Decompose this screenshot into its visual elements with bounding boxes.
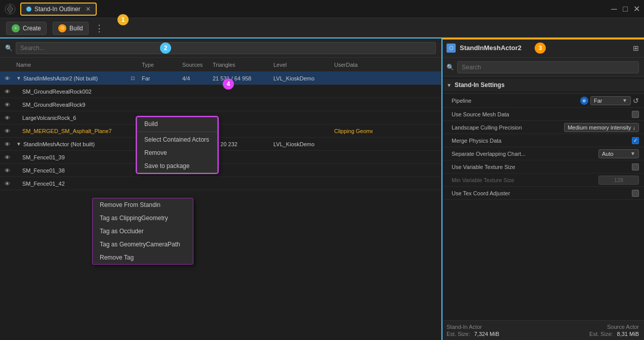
min-variable-texture-label: Min Variable Texture Size: [452, 177, 598, 183]
cm-select-contained-item[interactable]: Select Contained Actors: [137, 133, 217, 146]
use-tex-coord-row: Use Tex Coord Adjuster: [441, 187, 644, 200]
visibility-icon[interactable]: 👁: [0, 167, 14, 174]
separate-overlapping-value: Auto ▼: [598, 149, 639, 158]
main-layout: 🔍 Name Type Sources Triangles Level User…: [0, 38, 644, 340]
row-name: SM_MERGED_SM_Asphalt_Plane7: [14, 128, 126, 134]
row-triangles: 0 / 20 232: [211, 141, 271, 147]
pipeline-label: Pipeline: [452, 98, 577, 104]
visibility-icon[interactable]: 👁: [0, 115, 14, 121]
build-context-menu: Build Select Contained Actors Remove Sav…: [137, 117, 218, 173]
build-label: Build: [69, 25, 83, 32]
est-size-label-right: Est. Size:: [589, 331, 613, 337]
row-name: ▼ StandInMeshActor (Not built): [14, 141, 126, 147]
outliner-search-input[interactable]: [16, 42, 436, 54]
cm-tag-clipping[interactable]: Tag as ClippingGeometry: [93, 211, 193, 225]
landscape-culling-value: Medium memory intensity ↓: [564, 123, 639, 132]
table-row[interactable]: 👁 LargeVolcanicRock_6: [0, 111, 441, 124]
table-row[interactable]: 👁 ▼ StandInMeshActor (Not built) 0 / 20 …: [0, 138, 441, 151]
table-row[interactable]: 👁 SM_MERGED_SM_Asphalt_Plane7 Clipping G…: [0, 124, 441, 138]
cm-separator: [137, 132, 217, 132]
right-search-bar: 🔍: [441, 58, 644, 77]
visibility-icon[interactable]: 👁: [0, 141, 14, 147]
stand-in-actor-label: Stand-In Actor: [447, 324, 482, 330]
visibility-icon[interactable]: 👁: [0, 102, 14, 108]
col-level: Level: [271, 62, 332, 68]
chevron-down-icon: ▼: [630, 151, 635, 156]
footer-size-row: Est. Size: 7,324 MiB Est. Size: 8,31 MiB: [447, 331, 639, 337]
stand-in-size-value: 7,324 MiB: [474, 331, 499, 337]
pipeline-value-area: ⊕ Far ▼ ↺: [580, 96, 639, 105]
separate-overlapping-label: Separate Overlapping Chart...: [452, 151, 598, 157]
min-variable-texture-row: Min Variable Texture Size: [441, 174, 644, 187]
tab-close-button[interactable]: ✕: [86, 6, 91, 13]
row-type: Far: [140, 75, 180, 81]
row-level: LVL_KioskDemo: [271, 141, 332, 147]
more-options-button[interactable]: ⋮: [95, 23, 104, 34]
landscape-culling-dropdown[interactable]: Medium memory intensity ↓: [564, 123, 639, 132]
use-tex-coord-checkbox[interactable]: [632, 190, 639, 197]
chevron-down-icon: ▼: [622, 98, 627, 103]
create-button[interactable]: + Create: [6, 22, 47, 35]
badge-1: 1: [117, 14, 129, 25]
table-row[interactable]: 👁 SM_GroundRevealRock9: [0, 98, 441, 111]
visibility-icon[interactable]: 👁: [0, 89, 14, 95]
section-header[interactable]: ▼ Stand-In Settings: [441, 79, 644, 91]
pipeline-dropdown[interactable]: Far ▼: [590, 96, 631, 105]
build-button[interactable]: ⚙ Build: [53, 22, 89, 35]
create-label: Create: [23, 25, 41, 32]
landscape-culling-label: Landscape Culling Precision: [452, 124, 564, 131]
pipeline-reset-icon[interactable]: ↺: [633, 97, 639, 105]
table-row[interactable]: 👁 ▼ StandInMeshActor2 (Not built) ⊡ Far …: [0, 72, 441, 85]
source-actor-label: Source Actor: [607, 324, 639, 330]
est-size-label-left: Est. Size:: [447, 331, 470, 337]
use-tex-coord-value: [632, 190, 639, 197]
cm-tag-geometry-camera[interactable]: Tag as GeometryCameraPath: [93, 238, 193, 251]
cm-remove-tag[interactable]: Remove Tag: [93, 251, 193, 264]
cm-tag-occluder[interactable]: Tag as Occluder: [93, 225, 193, 238]
main-tab[interactable]: Stand-In Outliner ✕: [20, 3, 97, 16]
restore-button[interactable]: □: [622, 6, 629, 13]
cm-remove-from-standin[interactable]: Remove From Standin: [93, 198, 193, 211]
right-panel: ⬡ StandInMeshActor2 ⊞ 🔍 ▼ Stand-In Setti…: [441, 38, 644, 340]
separate-overlapping-dropdown-value: Auto: [602, 151, 614, 157]
col-name: Name: [14, 62, 126, 68]
separate-overlapping-row: Separate Overlapping Chart... Auto ▼: [441, 147, 644, 160]
visibility-icon[interactable]: 👁: [0, 128, 14, 134]
minimize-button[interactable]: ─: [611, 6, 618, 13]
use-variable-texture-checkbox[interactable]: [632, 163, 639, 171]
visibility-icon[interactable]: 👁: [0, 75, 14, 81]
close-button[interactable]: ✕: [633, 6, 640, 13]
min-variable-texture-input[interactable]: [598, 176, 639, 185]
table-row[interactable]: 👁 SM_Fence01_39: [0, 151, 441, 164]
merge-physics-checkbox[interactable]: [632, 137, 639, 144]
pipeline-globe-icon: ⊕: [580, 97, 588, 105]
row-name: ▼ StandInMeshActor2 (Not built): [14, 75, 126, 81]
cm-remove-item[interactable]: Remove: [137, 146, 217, 159]
properties-area: Pipeline ⊕ Far ▼ ↺ Use Source Mesh Data: [441, 94, 644, 320]
properties-search-input[interactable]: [457, 61, 639, 73]
stand-in-size-item: Est. Size: 7,324 MiB: [447, 331, 499, 337]
table-header: Name Type Sources Triangles Level UserDa…: [0, 58, 441, 72]
table-row[interactable]: 👁 SM_GroundRevealRock002: [0, 85, 441, 98]
visibility-icon[interactable]: 👁: [0, 154, 14, 160]
grid-layout-icon[interactable]: ⊞: [633, 44, 639, 52]
merge-physics-row: Merge Physics Data: [441, 134, 644, 147]
app-logo: [4, 3, 16, 15]
table-row[interactable]: 👁 SM_Fence01_42: [0, 177, 441, 190]
col-triangles: Triangles: [211, 62, 271, 68]
cm-save-package-item[interactable]: Save to package: [137, 159, 217, 173]
build-icon: ⚙: [58, 24, 66, 32]
tab-label: Stand-In Outliner: [34, 6, 80, 13]
table-row[interactable]: 👁 SM_Fence01_38: [0, 164, 441, 177]
section-expand-icon: ▼: [447, 82, 452, 88]
col-type: Type: [140, 62, 180, 68]
cm-build-item[interactable]: Build: [137, 117, 217, 131]
use-source-mesh-checkbox[interactable]: [632, 111, 639, 118]
use-variable-texture-value: [632, 163, 639, 171]
visibility-icon[interactable]: 👁: [0, 181, 14, 187]
source-size-item: Est. Size: 8,31 MiB: [589, 331, 639, 337]
actor-icon: ⬡: [447, 44, 456, 53]
search-bar: 🔍: [0, 38, 441, 58]
pipeline-property-row: Pipeline ⊕ Far ▼ ↺: [441, 94, 644, 108]
separate-overlapping-dropdown[interactable]: Auto ▼: [598, 149, 639, 158]
